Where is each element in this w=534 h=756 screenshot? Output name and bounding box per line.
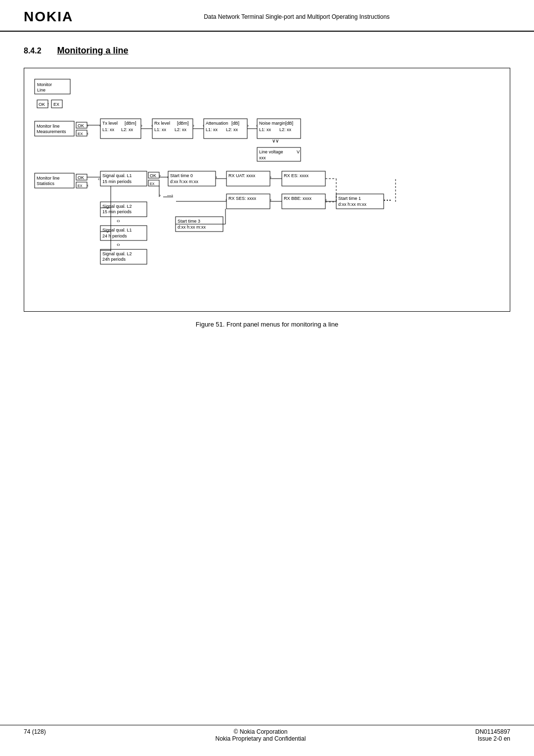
svg-text:Monitor line: Monitor line [37, 176, 60, 181]
svg-text:›: › [141, 123, 142, 128]
svg-text:‹›: ‹› [117, 218, 120, 224]
svg-text:EX: EX [150, 182, 155, 186]
header: NOKIA Data Network Terminal Single-port … [0, 0, 534, 32]
svg-text:RX UAT: xxxx: RX UAT: xxxx [228, 173, 256, 178]
svg-text:‹: ‹ [99, 123, 101, 128]
svg-text:L1: xx: L1: xx [154, 127, 167, 132]
svg-text:[dB]: [dB] [231, 121, 239, 126]
svg-text:EX: EX [53, 102, 59, 107]
svg-text:[dB]: [dB] [285, 121, 293, 126]
svg-text:OK: OK [78, 175, 84, 180]
footer-left: 74 (128) [24, 728, 46, 735]
svg-text:xxx: xxx [259, 155, 266, 160]
section-number: 8.4.2 [24, 47, 42, 55]
svg-text:Start time 3: Start time 3 [178, 219, 200, 224]
footer-center: © Nokia Corporation Nokia Proprietary an… [216, 728, 306, 742]
svg-text:15 min periods: 15 min periods [102, 209, 132, 214]
svg-text:Rx level: Rx level [154, 121, 170, 126]
svg-text:Signal qual. L1: Signal qual. L1 [102, 173, 132, 178]
svg-text:Line voltage: Line voltage [259, 149, 283, 154]
svg-text:›: › [87, 123, 89, 128]
svg-text:• • •: • • • [384, 198, 391, 203]
issue-number: Issue 2-0 en [475, 735, 510, 742]
svg-text:‹: ‹ [256, 123, 258, 128]
svg-text:Signal qual. L2: Signal qual. L2 [102, 251, 132, 256]
svg-text:L1: xx: L1: xx [259, 127, 271, 132]
nokia-logo: NOKIA [24, 9, 73, 25]
svg-text:EX: EX [78, 132, 83, 136]
svg-text:d:xx h:xx m:xx: d:xx h:xx m:xx [338, 202, 367, 207]
svg-text:d:xx h:xx m:xx: d:xx h:xx m:xx [170, 179, 199, 184]
svg-text:‹›: ‹› [117, 242, 120, 247]
svg-text:↑: ↑ [47, 101, 49, 107]
svg-text:∨∨: ∨∨ [272, 138, 279, 143]
svg-text:RX ES: xxxx: RX ES: xxxx [284, 173, 309, 178]
svg-text:L1: xx: L1: xx [102, 127, 115, 132]
company-confidential: Nokia Proprietary and Confidential [216, 735, 306, 742]
header-title: Data Network Terminal Single-port and Mu… [83, 13, 510, 20]
svg-text:OK: OK [78, 123, 84, 128]
svg-text:OK: OK [150, 173, 156, 178]
svg-text:Tx level: Tx level [102, 121, 118, 126]
diagram-svg: Monitor Line OK EX ↑ Monitor line Measur… [29, 74, 505, 302]
svg-text:L2: xx: L2: xx [279, 127, 292, 132]
section-title: Monitoring a line [57, 46, 129, 56]
svg-text:‹: ‹ [87, 183, 89, 188]
svg-text:d:xx h:xx m:xx: d:xx h:xx m:xx [178, 225, 206, 230]
svg-text:Monitor: Monitor [37, 82, 52, 87]
svg-text:‹: ‹ [87, 131, 89, 136]
svg-text:Signal qual. L2: Signal qual. L2 [102, 204, 132, 209]
figure-caption: Figure 51. Front panel menus for monitor… [24, 321, 510, 328]
svg-text:›: › [159, 193, 161, 198]
svg-text:OK: OK [39, 102, 45, 107]
svg-text:RX SES: xxxx: RX SES: xxxx [228, 196, 257, 201]
svg-text:24h periods: 24h periods [102, 257, 126, 262]
svg-text:[dBm]: [dBm] [177, 121, 189, 126]
svg-text:Measurements: Measurements [37, 129, 66, 134]
svg-text:[dBm]: [dBm] [125, 121, 136, 126]
svg-text:Monitor line: Monitor line [37, 124, 60, 129]
svg-text:—›: —› [167, 193, 173, 198]
svg-text:›: › [193, 123, 194, 128]
svg-text:‹: ‹ [151, 123, 153, 128]
svg-text:L2: xx: L2: xx [226, 127, 238, 132]
diagram-container: Monitor Line OK EX ↑ Monitor line Measur… [24, 68, 510, 312]
svg-text:Noise margin: Noise margin [259, 121, 285, 126]
company-name: © Nokia Corporation [216, 728, 306, 735]
svg-text:Attenuation: Attenuation [206, 121, 228, 126]
svg-text:EX: EX [78, 184, 83, 188]
svg-text:L2: xx: L2: xx [121, 127, 134, 132]
svg-text:Signal qual. L1: Signal qual. L1 [102, 228, 132, 233]
svg-text:24 h periods: 24 h periods [102, 234, 127, 238]
page: NOKIA Data Network Terminal Single-port … [0, 0, 534, 756]
svg-text:Line: Line [37, 88, 45, 93]
main-content: 8.4.2 Monitoring a line Monitor Line OK … [0, 32, 534, 328]
svg-text:Statistics: Statistics [37, 181, 55, 186]
svg-text:Start time 1: Start time 1 [338, 196, 361, 201]
svg-text:L1: xx: L1: xx [206, 127, 218, 132]
section-heading: 8.4.2 Monitoring a line [24, 46, 510, 56]
doc-number: DN01145897 [475, 728, 510, 735]
svg-text:Start time 0: Start time 0 [170, 173, 193, 178]
svg-text:15 min periods: 15 min periods [102, 179, 132, 184]
svg-text:RX BBE: xxxx: RX BBE: xxxx [284, 196, 312, 201]
footer-right: DN01145897 Issue 2-0 en [475, 728, 510, 742]
svg-text:‹: ‹ [203, 123, 204, 128]
page-number: 74 (128) [24, 728, 46, 735]
svg-text:›: › [247, 123, 249, 128]
svg-text:V: V [297, 149, 300, 154]
footer: 74 (128) © Nokia Corporation Nokia Propr… [0, 725, 534, 742]
svg-text:L2: xx: L2: xx [175, 127, 187, 132]
